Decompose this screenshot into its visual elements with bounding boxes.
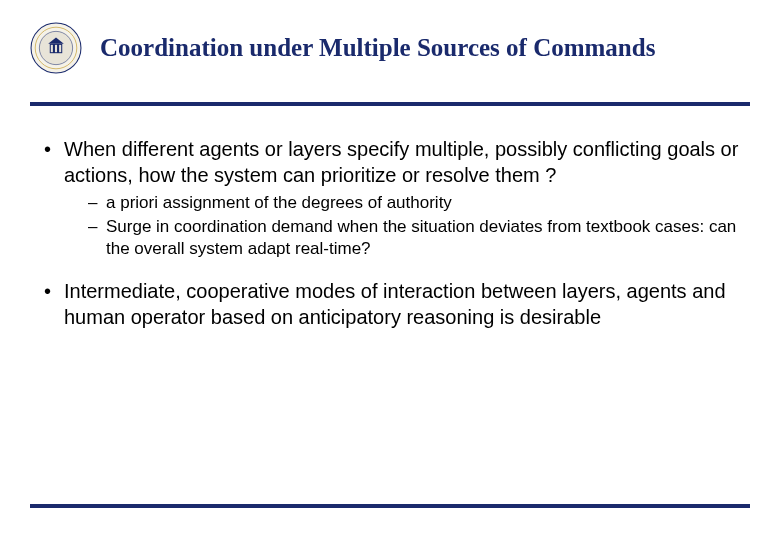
slide-content: • When different agents or layers specif…	[0, 106, 780, 330]
bullet-item: • Intermediate, cooperative modes of int…	[40, 278, 740, 330]
slide-header: Coordination under Multiple Sources of C…	[0, 0, 780, 84]
svg-rect-5	[51, 45, 53, 52]
bullet-dot-icon: •	[40, 136, 64, 188]
bullet-dot-icon: •	[40, 278, 64, 330]
slide-title: Coordination under Multiple Sources of C…	[100, 34, 655, 62]
sub-bullet-text: a priori assignment of the degrees of au…	[106, 192, 452, 214]
sub-bullet-item: – a priori assignment of the degrees of …	[88, 192, 740, 214]
svg-rect-7	[59, 45, 61, 52]
sub-list: – a priori assignment of the degrees of …	[40, 192, 740, 260]
bullet-dash-icon: –	[88, 192, 106, 214]
bullet-text: When different agents or layers specify …	[64, 136, 740, 188]
institution-seal-icon	[30, 22, 82, 74]
bullet-item: • When different agents or layers specif…	[40, 136, 740, 188]
bullet-text: Intermediate, cooperative modes of inter…	[64, 278, 740, 330]
sub-bullet-text: Surge in coordination demand when the si…	[106, 216, 740, 260]
bullet-dash-icon: –	[88, 216, 106, 260]
svg-rect-6	[55, 45, 57, 52]
sub-bullet-item: – Surge in coordination demand when the …	[88, 216, 740, 260]
bottom-divider	[30, 504, 750, 508]
